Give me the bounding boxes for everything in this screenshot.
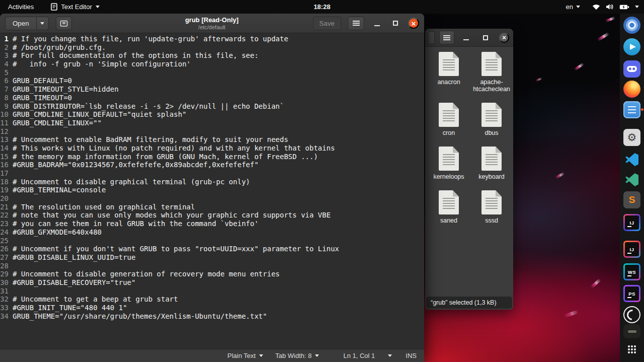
file-item[interactable]: apache-htcacheclean <box>471 52 512 93</box>
dock-settings[interactable]: ⚙ <box>623 129 640 146</box>
clock[interactable]: 18:28 <box>313 3 330 11</box>
dock-intellij[interactable]: IJ <box>623 214 640 231</box>
dock-phpstorm[interactable]: PS <box>623 285 640 302</box>
editor-line: 29 # Uncomment to disable generation of … <box>0 270 424 278</box>
line-text: # This works with Linux (no patch requir… <box>11 144 335 153</box>
new-document-button[interactable] <box>56 17 72 30</box>
maximize-icon <box>483 35 488 40</box>
discord-icon <box>623 60 640 78</box>
line-number: 32 <box>0 295 11 304</box>
close-icon: × <box>412 20 416 27</box>
icon-glyph: PS <box>625 286 639 301</box>
tab-width-dropdown[interactable]: Tab Width: 8 <box>275 352 319 359</box>
editor-line: 10 GRUB_CMDLINE_LINUX_DEFAULT="quiet spl… <box>0 110 424 119</box>
dock-vscodium[interactable] <box>623 171 640 188</box>
chevron-down-icon <box>388 354 392 357</box>
maximize-button[interactable] <box>389 17 401 29</box>
file-manager-menu-button[interactable] <box>439 31 454 44</box>
document-icon <box>439 103 459 127</box>
editor-line: 6 GRUB_DEFAULT=0 <box>0 77 424 85</box>
activities-button[interactable]: Activities <box>6 0 36 14</box>
line-text: #GRUB_BADRAM="0x01234567,0xfefefefe,0x89… <box>11 161 259 169</box>
file-name: keyboard <box>478 173 504 180</box>
vscodium-icon <box>623 171 640 188</box>
editor-statusbar: Plain Text Tab Width: 8 Ln 1, Col 1 INS <box>0 349 424 362</box>
wallpaper-spark <box>574 62 585 71</box>
wallpaper-spark <box>555 172 565 179</box>
document-icon <box>481 52 502 76</box>
maximize-button[interactable] <box>479 32 492 44</box>
dock-firefox[interactable] <box>623 81 640 98</box>
file-item[interactable]: cron <box>428 103 469 136</box>
close-button[interactable]: × <box>408 18 419 29</box>
line-number: 20 <box>0 194 11 203</box>
line-text <box>11 169 13 178</box>
document-icon <box>481 190 502 214</box>
line-number: 8 <box>0 94 11 102</box>
line-text: # the memory map information from GRUB (… <box>11 153 318 161</box>
dock-telegram[interactable] <box>623 38 640 55</box>
document-icon <box>439 147 459 171</box>
menu-button[interactable] <box>348 17 364 30</box>
chevron-down-icon <box>259 354 263 357</box>
language-label: Plain Text <box>227 352 256 359</box>
line-number: 11 <box>0 119 11 127</box>
line-text: #GRUB_INIT_TUNE="480 440 1" <box>11 304 127 312</box>
file-item[interactable]: sssd <box>471 190 512 224</box>
dock-webstorm[interactable]: WS <box>623 263 640 280</box>
open-dropdown-button[interactable] <box>37 17 49 30</box>
dock-notes[interactable] <box>623 101 640 118</box>
dock-intellij-ce[interactable]: IJ <box>623 241 640 258</box>
dock-show-apps[interactable] <box>623 341 640 355</box>
keyboard-layout-button[interactable]: en <box>566 3 580 11</box>
partial-toolbar-button[interactable] <box>429 31 435 44</box>
editor-line: 27 #GRUB_DISABLE_LINUX_UUID=true <box>0 253 424 262</box>
line-text: GRUB_CMDLINE_LINUX_DEFAULT="quiet splash… <box>11 110 187 119</box>
dock-vscode[interactable] <box>623 151 640 168</box>
volume-icon <box>606 4 614 10</box>
line-text: # Uncomment to get a beep at grub start <box>11 295 178 304</box>
dock-chromium[interactable] <box>623 17 640 34</box>
goto-line-dropdown[interactable] <box>388 354 392 357</box>
editor-line: 16 #GRUB_BADRAM="0x01234567,0xfefefefe,0… <box>0 161 424 169</box>
insert-mode-indicator: INS <box>406 352 417 359</box>
editor-line: 22 # note that you can use only modes wh… <box>0 211 424 220</box>
close-button[interactable]: × <box>499 33 509 43</box>
minimize-button[interactable] <box>371 17 383 29</box>
language-dropdown[interactable]: Plain Text <box>227 352 263 359</box>
file-item[interactable]: kerneloops <box>428 147 469 180</box>
dock-dimmed-app[interactable] <box>623 324 640 338</box>
line-text <box>11 262 13 270</box>
file-item[interactable]: saned <box>428 190 469 224</box>
save-button[interactable]: Save <box>313 17 341 30</box>
telegram-icon <box>623 38 640 55</box>
line-text: # For full documentation of the options … <box>11 51 259 60</box>
system-status-menu[interactable] <box>592 4 639 10</box>
editor-text-area[interactable]: 1 # If you change this file, run 'update… <box>0 33 424 349</box>
minimize-button[interactable] <box>460 32 472 44</box>
dock-discord[interactable] <box>623 60 640 78</box>
top-bar: Activities Text Editor 18:28 en <box>0 0 644 14</box>
activities-label: Activities <box>8 3 34 11</box>
editor-line: 30 #GRUB_DISABLE_RECOVERY="true" <box>0 278 424 287</box>
file-manager-titlebar: × <box>425 29 513 47</box>
line-text <box>11 194 13 203</box>
line-number: 6 <box>0 77 11 85</box>
line-number: 7 <box>0 85 11 94</box>
file-item[interactable]: dbus <box>471 103 512 136</box>
line-number: 16 <box>0 161 11 169</box>
dock-sublime[interactable]: S <box>623 191 640 208</box>
line-number: 18 <box>0 178 11 186</box>
editor-line: 24 #GRUB_GFXMODE=640x480 <box>0 228 424 237</box>
file-item[interactable]: keyboard <box>471 147 512 180</box>
file-item[interactable]: anacron <box>428 52 469 93</box>
dock-obs[interactable] <box>623 306 640 323</box>
chevron-down-icon <box>576 6 580 8</box>
open-button[interactable]: Open <box>5 17 37 30</box>
minimize-icon <box>463 39 469 40</box>
app-menu-label: Text Editor <box>61 3 92 11</box>
file-grid: anacron apache-htcacheclean cron dbus <box>425 47 513 310</box>
line-number: 26 <box>0 245 11 253</box>
editor-headerbar: Open grub [Read-Only] /etc/default Save … <box>0 14 424 33</box>
app-menu[interactable]: Text Editor <box>49 0 101 14</box>
